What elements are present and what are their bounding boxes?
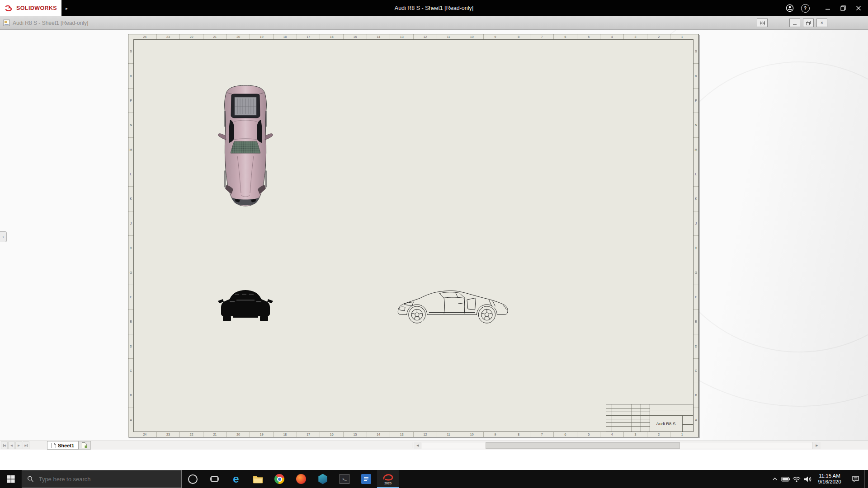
zone-label: K (693, 186, 698, 211)
zone-label: N (693, 113, 698, 137)
last-sheet-button[interactable]: ▶ (23, 441, 29, 449)
taskbar-clock[interactable]: 11:15 AM 9/16/2020 (813, 473, 846, 485)
help-button[interactable]: ? (797, 0, 813, 16)
title-block-line (606, 422, 650, 423)
zone-label: 16 (320, 432, 343, 437)
zone-label: L (128, 162, 133, 186)
volume-button[interactable] (802, 470, 813, 488)
zone-label: 7 (530, 34, 553, 39)
help-icon: ? (801, 4, 810, 13)
zone-label: 2 (647, 34, 670, 39)
file-explorer-button[interactable] (247, 470, 269, 488)
zone-label: K (128, 186, 133, 211)
zone-label: D (128, 334, 133, 358)
zone-label: 23 (156, 34, 180, 39)
title-block-line (682, 415, 683, 432)
first-sheet-button[interactable]: ◀ (1, 441, 8, 449)
zone-label: 13 (390, 432, 413, 437)
zone-label: 4 (600, 34, 623, 39)
drawing-view-front[interactable] (217, 286, 274, 324)
title-block-line (632, 404, 632, 432)
zone-label: M (693, 137, 698, 162)
document-lines-icon (363, 476, 369, 482)
action-center-button[interactable] (846, 470, 864, 488)
screen: SOLIDWORKS ▸ Audi R8 S - Sheet1 [Read-on… (0, 0, 868, 488)
zone-label: F (693, 285, 698, 309)
start-button[interactable] (0, 470, 22, 488)
solidworks-menu-tab[interactable]: SOLIDWORKS (0, 0, 61, 16)
title-block-line (606, 426, 650, 427)
clock-date: 9/16/2020 (813, 479, 846, 485)
previous-sheet-button[interactable]: ◀ (8, 441, 15, 449)
drawing-view-side[interactable] (392, 284, 519, 325)
chrome-button[interactable] (269, 470, 290, 488)
zone-label: B (693, 383, 698, 407)
zone-label: E (693, 309, 698, 333)
edge-button[interactable]: e (225, 470, 247, 488)
doc-tile-windows-button[interactable] (757, 19, 768, 27)
person-icon (786, 4, 794, 12)
task-view-icon (210, 475, 219, 483)
panel-collapse-arrow[interactable]: ‹ (0, 231, 7, 242)
drawing-sheet[interactable]: 242322212019181716151413121110987654321 … (128, 34, 699, 437)
next-sheet-button[interactable]: ▶ (15, 441, 22, 449)
doc-minimize-button[interactable] (789, 19, 800, 27)
cortana-button[interactable] (182, 470, 203, 488)
zone-label: 17 (297, 34, 320, 39)
scroll-right-button[interactable]: ▶ (813, 442, 821, 449)
orange-app-button[interactable] (290, 470, 312, 488)
doc-close-button[interactable]: × (816, 19, 827, 27)
horizontal-scrollbar[interactable] (422, 442, 813, 449)
terminal-app-icon: >_ (340, 474, 349, 484)
zone-label: B (128, 383, 133, 407)
minimize-button[interactable] (820, 0, 835, 16)
zone-label: J (693, 211, 698, 235)
tab-sheet1[interactable]: Sheet1 (47, 441, 79, 450)
restore-button[interactable] (835, 0, 851, 16)
network-button[interactable] (791, 470, 802, 488)
scroll-left-button[interactable]: ◀ (414, 442, 421, 449)
taskbar-search-box[interactable] (22, 470, 182, 488)
zone-label: 17 (297, 432, 320, 437)
solidworks-taskbar-button[interactable]: 2020 (377, 470, 399, 488)
account-icon[interactable] (782, 0, 797, 16)
graphics-area[interactable]: ‹ 24232221201918171615141312111098765432… (0, 30, 868, 441)
zone-label: 2 (647, 432, 670, 437)
scrollbar-thumb[interactable] (486, 442, 680, 449)
zone-label: A (128, 408, 133, 432)
close-button[interactable] (851, 0, 866, 16)
doc-restore-button[interactable] (803, 19, 814, 27)
blue-app-button[interactable] (355, 470, 377, 488)
zone-label: F (128, 285, 133, 309)
menu-flyout-arrow-icon[interactable]: ▸ (66, 6, 68, 11)
sheet-tab-nav: ◀ ◀ ▶ ▶ (1, 441, 30, 449)
hidden-icons-button[interactable] (769, 470, 780, 488)
battery-icon (781, 475, 790, 483)
search-input[interactable] (38, 475, 176, 483)
zone-label: M (128, 137, 133, 162)
zone-label: 16 (320, 34, 343, 39)
zone-ruler-bottom: 242322212019181716151413121110987654321 (133, 432, 693, 437)
title-block-line (682, 424, 693, 425)
drawing-view-top[interactable] (217, 84, 274, 208)
brand-wordmark: SOLIDWORKS (16, 5, 57, 11)
zone-label: 22 (179, 34, 203, 39)
car-top-view-drawing (217, 84, 274, 208)
solidworks-logo-icon (5, 5, 14, 12)
zone-label: 9 (483, 432, 507, 437)
hexagon-app-button[interactable] (312, 470, 334, 488)
zone-label: 8 (507, 432, 530, 437)
terminal-app-button[interactable]: >_ (334, 470, 355, 488)
battery-button[interactable] (780, 470, 791, 488)
add-sheet-button[interactable] (79, 441, 91, 450)
task-view-button[interactable] (203, 470, 225, 488)
title-block-line (606, 415, 650, 416)
title-block[interactable]: Audi R8 S (606, 404, 693, 432)
titlebar-controls: ? (782, 0, 866, 16)
windows-logo-icon (7, 475, 15, 483)
show-desktop-button[interactable] (864, 470, 868, 488)
cortana-icon (188, 474, 198, 484)
zone-label: 21 (203, 432, 226, 437)
zone-label: 12 (413, 34, 437, 39)
zone-label: 18 (273, 432, 297, 437)
